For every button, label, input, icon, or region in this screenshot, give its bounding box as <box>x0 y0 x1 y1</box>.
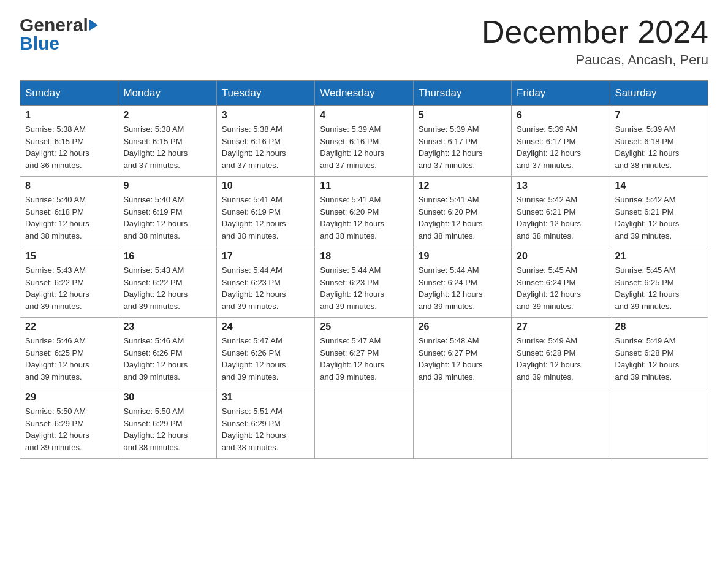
daylight-minutes: and 37 minutes. <box>517 161 574 170</box>
sunrise-label: Sunrise: 5:42 AM <box>615 195 676 204</box>
sunrise-label: Sunrise: 5:44 AM <box>320 266 381 275</box>
calendar-week-4: 22 Sunrise: 5:46 AM Sunset: 6:25 PM Dayl… <box>20 318 708 388</box>
calendar-cell: 24 Sunrise: 5:47 AM Sunset: 6:26 PM Dayl… <box>216 318 314 388</box>
sunset-label: Sunset: 6:25 PM <box>615 278 674 287</box>
sunset-label: Sunset: 6:16 PM <box>222 137 281 146</box>
sunset-label: Sunset: 6:29 PM <box>123 419 182 428</box>
sunrise-label: Sunrise: 5:42 AM <box>517 195 577 204</box>
weekday-header-wednesday: Wednesday <box>315 81 413 106</box>
day-number: 25 <box>320 321 408 332</box>
logo-general-text: General <box>20 15 88 36</box>
logo-blue-text: Blue <box>20 33 59 54</box>
sunset-label: Sunset: 6:22 PM <box>25 278 84 287</box>
daylight-minutes: and 36 minutes. <box>25 161 82 170</box>
day-number: 29 <box>25 392 113 403</box>
day-number: 30 <box>123 392 211 403</box>
daylight-label: Daylight: 12 hours <box>419 148 483 158</box>
daylight-label: Daylight: 12 hours <box>419 289 483 299</box>
daylight-label: Daylight: 12 hours <box>25 289 89 299</box>
day-number: 14 <box>615 180 703 191</box>
day-number: 18 <box>320 251 408 262</box>
sunrise-label: Sunrise: 5:43 AM <box>123 266 184 275</box>
day-info: Sunrise: 5:39 AM Sunset: 6:17 PM Dayligh… <box>419 123 506 171</box>
daylight-label: Daylight: 12 hours <box>25 431 89 440</box>
calendar-cell: 8 Sunrise: 5:40 AM Sunset: 6:18 PM Dayli… <box>20 177 118 247</box>
day-info: Sunrise: 5:49 AM Sunset: 6:28 PM Dayligh… <box>517 335 604 383</box>
day-info: Sunrise: 5:43 AM Sunset: 6:22 PM Dayligh… <box>25 264 113 312</box>
daylight-minutes: and 38 minutes. <box>320 231 377 240</box>
calendar-cell: 15 Sunrise: 5:43 AM Sunset: 6:22 PM Dayl… <box>20 247 118 318</box>
day-number: 6 <box>517 110 604 121</box>
sunset-label: Sunset: 6:25 PM <box>25 348 84 358</box>
day-number: 23 <box>123 321 211 332</box>
sunset-label: Sunset: 6:28 PM <box>615 348 674 358</box>
sunset-label: Sunset: 6:15 PM <box>25 137 84 146</box>
sunrise-label: Sunrise: 5:39 AM <box>517 124 577 134</box>
day-number: 20 <box>517 251 604 262</box>
day-info: Sunrise: 5:44 AM Sunset: 6:23 PM Dayligh… <box>320 264 408 312</box>
sunset-label: Sunset: 6:29 PM <box>222 419 281 428</box>
title-area: December 2024 Paucas, Ancash, Peru <box>482 15 708 68</box>
daylight-label: Daylight: 12 hours <box>419 360 483 369</box>
day-info: Sunrise: 5:45 AM Sunset: 6:24 PM Dayligh… <box>517 264 604 312</box>
day-number: 4 <box>320 110 408 121</box>
sunset-label: Sunset: 6:19 PM <box>123 207 182 216</box>
sunset-label: Sunset: 6:27 PM <box>419 348 477 358</box>
calendar-cell: 11 Sunrise: 5:41 AM Sunset: 6:20 PM Dayl… <box>315 177 413 247</box>
calendar-cell <box>610 388 708 459</box>
day-info: Sunrise: 5:48 AM Sunset: 6:27 PM Dayligh… <box>419 335 506 383</box>
sunrise-label: Sunrise: 5:45 AM <box>517 266 577 275</box>
calendar-cell: 21 Sunrise: 5:45 AM Sunset: 6:25 PM Dayl… <box>610 247 708 318</box>
sunset-label: Sunset: 6:28 PM <box>517 348 575 358</box>
calendar-cell <box>315 388 413 459</box>
day-info: Sunrise: 5:38 AM Sunset: 6:15 PM Dayligh… <box>25 123 113 171</box>
calendar-cell: 12 Sunrise: 5:41 AM Sunset: 6:20 PM Dayl… <box>413 177 511 247</box>
sunset-label: Sunset: 6:27 PM <box>320 348 379 358</box>
daylight-minutes: and 38 minutes. <box>25 231 82 240</box>
day-info: Sunrise: 5:42 AM Sunset: 6:21 PM Dayligh… <box>517 194 604 242</box>
sunset-label: Sunset: 6:24 PM <box>419 278 477 287</box>
calendar-cell: 16 Sunrise: 5:43 AM Sunset: 6:22 PM Dayl… <box>118 247 216 318</box>
calendar-cell: 4 Sunrise: 5:39 AM Sunset: 6:16 PM Dayli… <box>315 106 413 177</box>
daylight-minutes: and 39 minutes. <box>517 372 574 381</box>
day-number: 11 <box>320 180 408 191</box>
daylight-label: Daylight: 12 hours <box>419 219 483 228</box>
sunset-label: Sunset: 6:22 PM <box>123 278 182 287</box>
daylight-label: Daylight: 12 hours <box>320 289 384 299</box>
calendar-cell: 17 Sunrise: 5:44 AM Sunset: 6:23 PM Dayl… <box>216 247 314 318</box>
sunset-label: Sunset: 6:26 PM <box>222 348 281 358</box>
daylight-minutes: and 37 minutes. <box>419 161 476 170</box>
daylight-label: Daylight: 12 hours <box>517 360 581 369</box>
day-number: 15 <box>25 251 113 262</box>
calendar-cell: 25 Sunrise: 5:47 AM Sunset: 6:27 PM Dayl… <box>315 318 413 388</box>
day-number: 22 <box>25 321 113 332</box>
calendar-cell: 26 Sunrise: 5:48 AM Sunset: 6:27 PM Dayl… <box>413 318 511 388</box>
calendar-cell: 9 Sunrise: 5:40 AM Sunset: 6:19 PM Dayli… <box>118 177 216 247</box>
day-number: 28 <box>615 321 703 332</box>
sunrise-label: Sunrise: 5:39 AM <box>419 124 479 134</box>
sunrise-label: Sunrise: 5:44 AM <box>419 266 479 275</box>
day-info: Sunrise: 5:41 AM Sunset: 6:19 PM Dayligh… <box>222 194 309 242</box>
sunset-label: Sunset: 6:17 PM <box>517 137 575 146</box>
daylight-label: Daylight: 12 hours <box>222 431 286 440</box>
month-title: December 2024 <box>482 15 708 50</box>
daylight-label: Daylight: 12 hours <box>222 148 286 158</box>
daylight-minutes: and 39 minutes. <box>615 372 672 381</box>
daylight-label: Daylight: 12 hours <box>222 219 286 228</box>
day-number: 8 <box>25 180 113 191</box>
day-info: Sunrise: 5:42 AM Sunset: 6:21 PM Dayligh… <box>615 194 703 242</box>
day-number: 5 <box>419 110 506 121</box>
daylight-minutes: and 39 minutes. <box>320 372 377 381</box>
day-number: 10 <box>222 180 309 191</box>
calendar-cell: 1 Sunrise: 5:38 AM Sunset: 6:15 PM Dayli… <box>20 106 118 177</box>
day-info: Sunrise: 5:38 AM Sunset: 6:15 PM Dayligh… <box>123 123 211 171</box>
daylight-minutes: and 39 minutes. <box>222 372 279 381</box>
day-number: 12 <box>419 180 506 191</box>
day-info: Sunrise: 5:50 AM Sunset: 6:29 PM Dayligh… <box>25 405 113 453</box>
sunset-label: Sunset: 6:29 PM <box>25 419 84 428</box>
sunset-label: Sunset: 6:18 PM <box>25 207 84 216</box>
sunrise-label: Sunrise: 5:48 AM <box>419 336 479 345</box>
day-info: Sunrise: 5:46 AM Sunset: 6:25 PM Dayligh… <box>25 335 113 383</box>
day-info: Sunrise: 5:39 AM Sunset: 6:17 PM Dayligh… <box>517 123 604 171</box>
daylight-minutes: and 39 minutes. <box>25 372 82 381</box>
